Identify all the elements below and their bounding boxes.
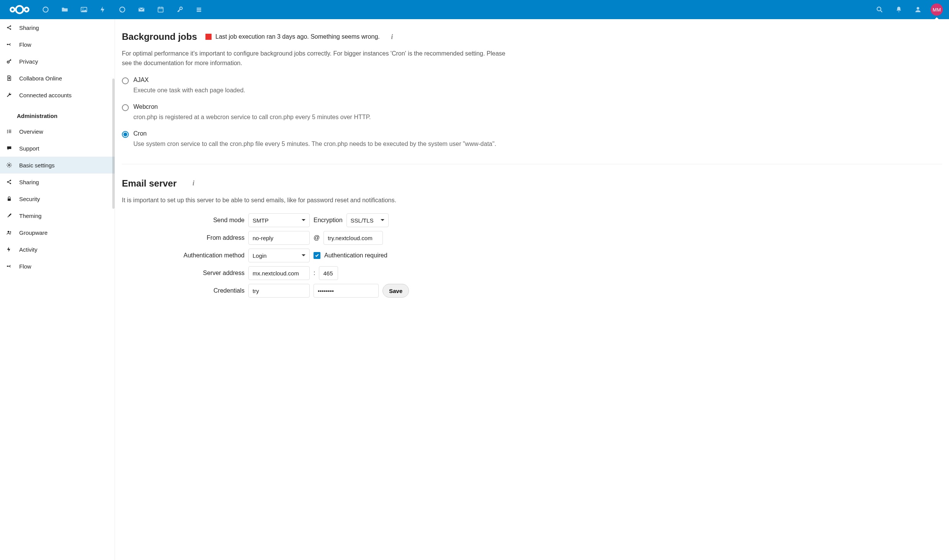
search-icon[interactable] (870, 0, 889, 19)
svg-point-29 (10, 231, 11, 233)
mail-icon[interactable] (132, 0, 151, 19)
svg-point-1 (10, 8, 15, 12)
sidebar-item-connected[interactable]: Connected accounts (0, 87, 115, 103)
notifications-icon[interactable] (889, 0, 908, 19)
radio-desc: cron.php is registered at a webcron serv… (133, 113, 371, 122)
sidebar-item-collabora[interactable]: Collabora Online (0, 70, 115, 87)
radio-option-webcron[interactable]: Webcroncron.php is registered at a webcr… (122, 103, 942, 122)
scrollbar[interactable] (112, 79, 115, 209)
cred-user-input[interactable] (248, 284, 310, 298)
sidebar-item-support[interactable]: Support (0, 140, 115, 157)
colon-separator: : (314, 270, 315, 277)
sidebar-item-label: Groupware (19, 229, 48, 236)
sidebar-item-basic[interactable]: Basic settings (0, 157, 115, 174)
from-address-label: From address (122, 234, 248, 241)
flow-icon (5, 41, 13, 47)
bolt-icon (5, 246, 13, 252)
sidebar-item-flow[interactable]: Flow (0, 36, 115, 53)
encryption-select[interactable]: SSL/TLS (346, 213, 389, 227)
encryption-label: Encryption (314, 217, 343, 224)
info-icon[interactable]: i (388, 33, 396, 41)
logo[interactable] (3, 4, 36, 15)
server-address-label: Server address (122, 270, 248, 277)
chevron-down-icon (302, 254, 305, 258)
sidebar-item-theming[interactable]: Theming (0, 207, 115, 224)
svg-point-3 (43, 7, 48, 12)
radio-option-ajax[interactable]: AJAXExecute one task with each page load… (122, 77, 942, 95)
gear-icon (5, 162, 13, 168)
radio-desc: Use system cron service to call the cron… (133, 139, 496, 149)
radio-option-cron[interactable]: CronUse system cron service to call the … (122, 130, 942, 149)
sidebar-item-flow-admin[interactable]: Flow (0, 258, 115, 275)
files-icon[interactable] (55, 0, 74, 19)
sidebar-item-security[interactable]: Security (0, 190, 115, 207)
sidebar-item-privacy[interactable]: Privacy (0, 53, 115, 70)
sidebar-item-groupware[interactable]: Groupware (0, 224, 115, 241)
calendar-icon[interactable] (151, 0, 170, 19)
radio-label: Webcron (133, 103, 371, 110)
auth-required-checkbox[interactable] (314, 252, 320, 259)
sidebar-item-activity[interactable]: Activity (0, 241, 115, 258)
radio-label: Cron (133, 130, 496, 137)
contacts-icon[interactable] (908, 0, 928, 19)
sidebar-item-label: Privacy (19, 58, 38, 65)
email-title: Email server (122, 178, 177, 189)
dashboard-icon[interactable] (36, 0, 55, 19)
from-domain-input[interactable] (323, 231, 383, 245)
server-host-input[interactable] (248, 266, 310, 280)
sidebar-item-label: Collabora Online (19, 75, 62, 82)
svg-point-13 (877, 7, 881, 11)
sidebar-item-label: Basic settings (19, 162, 55, 169)
auth-method-select[interactable]: Login (248, 249, 310, 262)
radio-button[interactable] (122, 131, 129, 138)
svg-point-2 (25, 8, 29, 12)
radio-label: AJAX (133, 77, 245, 84)
at-separator: @ (314, 234, 320, 241)
sidebar-item-overview[interactable]: Overview (0, 123, 115, 140)
sidebar-item-sharing[interactable]: Sharing (0, 19, 115, 36)
status-indicator-icon (205, 34, 212, 40)
sidebar-item-label: Support (19, 145, 39, 152)
cred-pass-input[interactable] (314, 284, 379, 298)
svg-point-23 (8, 164, 10, 166)
email-server-section: Email server i It is important to set up… (122, 178, 942, 317)
flow-icon (5, 263, 13, 269)
send-mode-select[interactable]: SMTP (248, 213, 310, 227)
svg-point-5 (82, 8, 84, 9)
avatar[interactable]: MM (931, 3, 943, 16)
sidebar-item-label: Theming (19, 213, 41, 219)
radio-button[interactable] (122, 104, 129, 111)
sidebar-item-sharing-admin[interactable]: Sharing (0, 174, 115, 190)
topbar: MM (0, 0, 949, 19)
chevron-down-icon (381, 219, 384, 223)
radio-button[interactable] (122, 77, 129, 84)
svg-rect-12 (197, 11, 201, 12)
sidebar-item-label: Sharing (19, 179, 39, 185)
photos-icon[interactable] (74, 0, 94, 19)
bg-jobs-status: Last job execution ran 3 days ago. Somet… (215, 33, 380, 40)
bg-jobs-desc: For optimal performance it's important t… (122, 49, 513, 68)
svg-point-9 (180, 7, 182, 10)
server-port-input[interactable] (319, 266, 338, 280)
passwords-icon[interactable] (170, 0, 189, 19)
wrench-icon (5, 92, 13, 98)
svg-rect-18 (7, 44, 8, 45)
content: Background jobs Last job execution ran 3… (115, 19, 949, 560)
talk-icon[interactable] (113, 0, 132, 19)
deck-icon[interactable] (189, 0, 209, 19)
radio-desc: Execute one task with each page loaded. (133, 86, 245, 95)
activity-icon[interactable] (94, 0, 113, 19)
svg-rect-11 (197, 9, 201, 10)
sidebar-item-label: Activity (19, 246, 38, 253)
svg-rect-21 (7, 131, 8, 132)
info-icon[interactable]: i (190, 180, 197, 187)
svg-point-0 (16, 6, 23, 13)
share-icon (5, 179, 13, 185)
auth-method-label: Authentication method (122, 252, 248, 259)
lock-icon (5, 196, 13, 202)
svg-point-14 (917, 7, 919, 10)
save-button[interactable]: Save (383, 284, 409, 298)
from-local-input[interactable] (248, 231, 310, 245)
svg-rect-8 (158, 7, 163, 12)
admin-heading: Administration (0, 103, 115, 123)
